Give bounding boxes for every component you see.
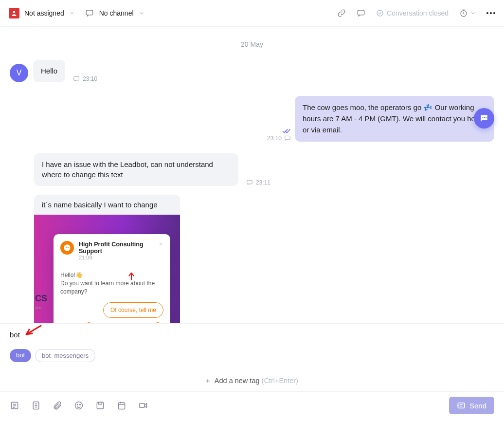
- widget-button: Of course, tell me: [103, 302, 163, 318]
- more-menu[interactable]: [486, 12, 495, 14]
- closed-label: Conversation closed: [387, 9, 449, 17]
- bot-avatar-icon: [60, 241, 74, 255]
- svg-point-10: [68, 247, 69, 248]
- send-button[interactable]: Send: [449, 397, 494, 414]
- tag-input[interactable]: [10, 331, 494, 339]
- message-meta: 23:11: [246, 179, 270, 186]
- svg-point-21: [75, 402, 83, 409]
- chevron-down-icon: [470, 10, 476, 16]
- svg-rect-1: [86, 10, 93, 15]
- svg-point-37: [486, 117, 486, 118]
- send-label: Send: [469, 402, 486, 410]
- svg-rect-5: [74, 76, 79, 80]
- svg-rect-32: [458, 403, 465, 408]
- svg-point-9: [66, 247, 67, 248]
- avatar: V: [10, 64, 28, 82]
- chevron-down-icon: [139, 10, 144, 16]
- add-tag-label: Add a new tag: [215, 377, 260, 385]
- add-tag-hint: (Ctrl+Enter): [262, 377, 298, 385]
- send-icon: [457, 401, 466, 410]
- outgoing-time: 23:10: [267, 135, 282, 142]
- svg-rect-25: [99, 402, 102, 404]
- conversation-closed[interactable]: Conversation closed: [376, 9, 449, 17]
- add-tag-row[interactable]: + Add a new tag (Ctrl+Enter): [0, 366, 504, 392]
- tag-suggestion[interactable]: bot_messengers: [35, 349, 95, 362]
- widget-title: High Profit Consulting Support: [79, 241, 154, 255]
- logo-fragment: CSarn: [35, 294, 47, 310]
- calendar-icon[interactable]: [117, 401, 126, 410]
- outgoing-meta: 23:10: [267, 128, 291, 142]
- chat-fab[interactable]: [474, 108, 494, 129]
- channel-label: No channel: [99, 9, 134, 17]
- svg-point-3: [377, 10, 383, 16]
- svg-point-36: [484, 117, 485, 118]
- chat-widget-preview: High Profit Consulting Support 21:09 Hel…: [54, 234, 170, 324]
- emoji-icon[interactable]: [74, 401, 84, 410]
- chat-bubble-icon: [479, 113, 489, 123]
- message-meta: 23:10: [73, 75, 97, 82]
- svg-rect-2: [358, 10, 364, 15]
- attached-image[interactable]: CSarn High Profit Consulting Support 21:…: [34, 215, 180, 324]
- comment-icon: [73, 75, 80, 82]
- assignee-label: Not assigned: [24, 9, 64, 17]
- tag-suggestion-selected[interactable]: bot: [10, 349, 31, 362]
- composer: Send: [0, 392, 504, 419]
- message-with-attachment: it`s name basically I want to change CSa…: [34, 195, 494, 324]
- svg-point-8: [64, 244, 70, 251]
- tag-input-section: bot bot_messengers: [0, 324, 504, 366]
- message-time: 23:10: [83, 75, 97, 82]
- svg-point-23: [80, 405, 81, 405]
- message-bubble: Hello: [33, 60, 65, 82]
- template-icon[interactable]: [95, 401, 105, 410]
- assignee-icon: [9, 8, 19, 18]
- annotation-arrow-icon: [126, 271, 136, 281]
- svg-rect-26: [118, 403, 125, 409]
- svg-rect-6: [285, 136, 290, 140]
- clock-icon: [459, 9, 468, 18]
- comment-icon: [246, 179, 253, 186]
- svg-point-35: [482, 117, 483, 118]
- chat-area: 20 May V Hello 23:10 23:10 The cow goes …: [0, 27, 504, 324]
- chat-icon[interactable]: [357, 9, 365, 18]
- comment-icon: [284, 135, 291, 142]
- message-row: V Hello 23:10: [10, 60, 494, 82]
- close-icon: [159, 241, 163, 247]
- message-time: 23:11: [256, 179, 270, 186]
- outgoing-bubble: The cow goes moo, the operators go 💤 Our…: [295, 96, 494, 142]
- outgoing-row: 23:10 The cow goes moo, the operators go…: [10, 96, 494, 142]
- svg-rect-7: [247, 180, 252, 184]
- assignee-dropdown[interactable]: Not assigned: [9, 8, 75, 18]
- link-icon[interactable]: [337, 9, 346, 18]
- widget-body: Hello!👋 Do you want to learn more about …: [60, 271, 163, 295]
- message-bubble: it`s name basically I want to change: [34, 195, 180, 215]
- read-checks-icon: [282, 128, 291, 134]
- check-circle-icon: [376, 9, 384, 17]
- note-icon[interactable]: [10, 401, 19, 410]
- message-bubble: I have an issue with the Leadbot, can no…: [34, 153, 238, 186]
- channel-icon: [85, 9, 94, 18]
- svg-point-22: [77, 405, 78, 405]
- snooze-dropdown[interactable]: [459, 9, 476, 18]
- topbar: Not assigned No channel Conversation clo…: [0, 0, 504, 27]
- article-icon[interactable]: [31, 401, 41, 410]
- svg-point-0: [13, 11, 16, 13]
- plus-icon: +: [206, 377, 210, 385]
- video-icon[interactable]: [138, 401, 148, 410]
- chevron-down-icon: [69, 10, 75, 16]
- attachment-icon[interactable]: [53, 401, 62, 410]
- svg-rect-24: [97, 402, 103, 408]
- date-separator: 20 May: [10, 27, 494, 60]
- svg-rect-30: [140, 404, 145, 407]
- channel-dropdown[interactable]: No channel: [85, 9, 144, 18]
- widget-time: 21:09: [79, 255, 154, 260]
